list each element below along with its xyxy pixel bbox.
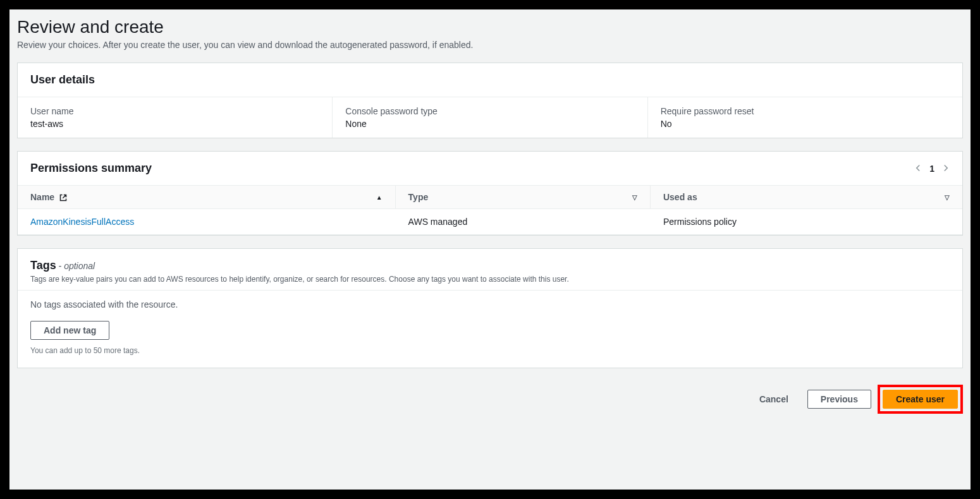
previous-button[interactable]: Previous — [807, 390, 871, 409]
page-number: 1 — [929, 164, 934, 174]
require-reset-label: Require password reset — [661, 106, 950, 116]
no-tags-message: No tags associated with the resource. — [30, 299, 950, 310]
sort-ascending-icon: ▲ — [376, 194, 383, 201]
column-type[interactable]: Type ▽ — [396, 186, 651, 208]
tag-limit-text: You can add up to 50 more tags. — [30, 346, 950, 355]
username-label: User name — [30, 106, 319, 116]
policy-name-link[interactable]: AmazonKinesisFullAccess — [30, 217, 134, 227]
permissions-heading: Permissions summary — [30, 162, 152, 175]
user-details-heading: User details — [30, 73, 95, 87]
username-value: test-aws — [30, 119, 319, 129]
external-link-icon — [59, 194, 67, 201]
footer-actions: Cancel Previous Create user — [17, 381, 963, 418]
password-type-value: None — [345, 119, 634, 129]
chevron-right-icon[interactable] — [942, 163, 950, 174]
column-type-label: Type — [408, 192, 429, 202]
filter-icon: ▽ — [945, 194, 950, 201]
create-user-button[interactable]: Create user — [883, 390, 958, 409]
page-title: Review and create — [17, 17, 963, 37]
column-used-as[interactable]: Used as ▽ — [651, 186, 962, 208]
tags-description: Tags are key-value pairs you can add to … — [30, 275, 950, 284]
policy-type-value: AWS managed — [396, 209, 651, 234]
page-subtitle: Review your choices. After you create th… — [17, 40, 963, 50]
tags-card: Tags - optional Tags are key-value pairs… — [17, 248, 963, 368]
policy-used-as-value: Permissions policy — [651, 209, 962, 234]
permissions-table-header: Name ▲ Type ▽ Used as ▽ — [18, 186, 962, 209]
table-row: AmazonKinesisFullAccess AWS managed Perm… — [18, 209, 962, 235]
permissions-summary-card: Permissions summary 1 Name ▲ — [17, 151, 963, 236]
tags-optional-label: - optional — [59, 261, 95, 271]
filter-icon: ▽ — [632, 194, 637, 201]
pagination: 1 — [914, 163, 950, 174]
add-new-tag-button[interactable]: Add new tag — [30, 321, 109, 340]
highlight-annotation: Create user — [878, 385, 963, 414]
column-used-as-label: Used as — [663, 192, 697, 202]
chevron-left-icon[interactable] — [914, 163, 922, 174]
password-type-label: Console password type — [345, 106, 634, 116]
column-name[interactable]: Name ▲ — [18, 186, 396, 208]
tags-heading: Tags — [30, 259, 56, 272]
column-name-label: Name — [30, 192, 54, 202]
cancel-button[interactable]: Cancel — [747, 390, 801, 408]
require-reset-value: No — [661, 119, 950, 129]
user-details-card: User details User name test-aws Console … — [17, 63, 963, 138]
